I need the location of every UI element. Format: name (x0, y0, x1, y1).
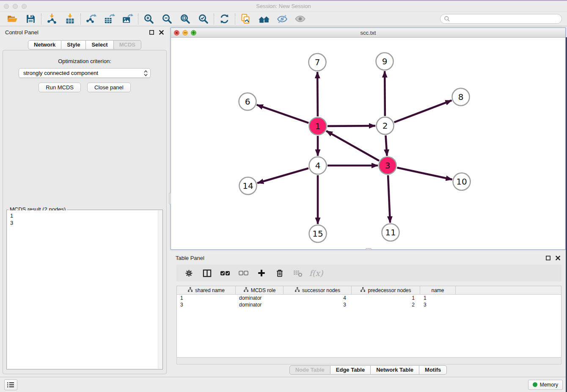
result-scrollbar[interactable] (158, 210, 162, 369)
home-button[interactable] (255, 13, 273, 25)
node-15[interactable]: 15 (309, 225, 327, 243)
edge-3-11[interactable] (388, 175, 390, 223)
add-row-button[interactable] (256, 268, 267, 279)
toolbar-separator (80, 14, 81, 25)
table-header: shared nameMCDS rolesuccessor nodesprede… (177, 286, 561, 295)
horizontal-splitter-handle[interactable] (366, 248, 372, 250)
trash-icon (275, 269, 284, 277)
svg-text:7: 7 (315, 57, 320, 67)
close-panel-button[interactable]: Close panel (87, 83, 131, 92)
column-header-name[interactable]: name (420, 286, 456, 294)
table-close-button[interactable] (555, 255, 561, 261)
export-image-button[interactable] (118, 13, 137, 25)
floppy-disk-icon (25, 14, 36, 24)
control-panel: Control Panel NetworkStyleSelectMCDS Opt… (0, 26, 169, 377)
edge-1-6[interactable] (257, 105, 309, 123)
refresh-button[interactable] (215, 13, 234, 25)
node-7[interactable]: 7 (309, 54, 326, 71)
export-network-button[interactable] (82, 13, 100, 25)
import-table-button[interactable] (61, 13, 79, 25)
float-panel-button[interactable] (149, 29, 154, 35)
node-14[interactable]: 14 (239, 177, 257, 195)
task-history-button[interactable] (4, 379, 17, 390)
memory-label: Memory (540, 382, 558, 388)
tab-style[interactable]: Style (61, 40, 86, 50)
network-canvas[interactable]: 7968124314101511 (171, 38, 565, 249)
table-scrollbar[interactable] (176, 358, 561, 364)
edge-2-8[interactable] (394, 100, 452, 122)
node-4[interactable]: 4 (309, 157, 327, 174)
edge-3-10[interactable] (397, 168, 452, 179)
node-9[interactable]: 9 (376, 53, 394, 70)
mcds-result-box[interactable]: 1 3 (7, 210, 162, 369)
app-window: Session: New Session Control Panel (0, 0, 567, 392)
zoom-fit-button[interactable] (176, 13, 194, 25)
edge-2-9[interactable] (385, 71, 385, 116)
node-10[interactable]: 10 (453, 173, 471, 190)
edge-1-7[interactable] (317, 72, 318, 116)
edge-2-3[interactable] (385, 135, 387, 156)
svg-text:15: 15 (312, 229, 323, 239)
mcds-panel: Optimization criterion: strongly connect… (3, 50, 167, 374)
node-table[interactable]: shared nameMCDS rolesuccessor nodesprede… (176, 286, 561, 358)
table-tab-network-table[interactable]: Network Table (371, 365, 419, 375)
memory-button[interactable]: Memory (528, 380, 563, 390)
node-2[interactable]: 2 (377, 117, 394, 135)
table-settings-button[interactable] (183, 268, 194, 279)
node-1[interactable]: 1 (309, 118, 327, 135)
table-tab-motifs[interactable]: Motifs (419, 365, 447, 375)
column-tree-icon (295, 287, 300, 293)
node-8[interactable]: 8 (452, 88, 470, 106)
column-header-predecessor-nodes[interactable]: predecessor nodes (352, 286, 420, 294)
search-box[interactable] (440, 14, 562, 24)
svg-text:11: 11 (385, 227, 396, 237)
tab-network[interactable]: Network (28, 40, 61, 50)
import-network-button[interactable] (43, 13, 61, 25)
function-builder-button: f(x) (311, 268, 322, 279)
edge-4-14[interactable] (257, 168, 308, 183)
open-session-button[interactable] (3, 13, 22, 25)
clear-selection-button[interactable] (238, 268, 249, 279)
node-6[interactable]: 6 (239, 93, 256, 110)
column-header-successor-nodes[interactable]: successor nodes (284, 286, 352, 294)
edge-3-1[interactable] (326, 131, 379, 160)
delete-row-button[interactable] (274, 268, 285, 279)
tab-mcds[interactable]: MCDS (114, 40, 141, 50)
node-11[interactable]: 11 (382, 224, 399, 241)
show-columns-button[interactable] (201, 268, 212, 279)
stepper-icon (143, 70, 148, 77)
close-panel-x-button[interactable] (158, 29, 164, 35)
column-header-shared-name[interactable]: shared name (177, 286, 236, 294)
table-row[interactable]: 1dominator411 (177, 295, 561, 301)
table-row[interactable]: 3dominator323 (177, 301, 561, 308)
run-mcds-button[interactable]: Run MCDS (39, 83, 81, 92)
table-tab-edge-table[interactable]: Edge Table (330, 365, 371, 375)
edge-1-2[interactable] (328, 126, 375, 126)
tab-select[interactable]: Select (86, 40, 113, 50)
node-3[interactable]: 3 (379, 157, 396, 174)
hide-panel-button[interactable] (273, 13, 291, 25)
plus-icon (257, 269, 266, 277)
window-top-border (0, 0, 567, 1)
save-session-button[interactable] (22, 13, 40, 25)
table-tab-node-table[interactable]: Node Table (289, 365, 330, 375)
table-float-button[interactable] (545, 255, 551, 261)
svg-text:14: 14 (242, 181, 253, 191)
search-icon (444, 16, 450, 22)
clone-network-button[interactable] (237, 13, 255, 25)
zoom-selected-button[interactable] (194, 13, 212, 25)
select-all-button[interactable] (220, 268, 231, 279)
zoom-in-button[interactable] (140, 13, 158, 25)
show-panel-button[interactable] (291, 13, 309, 25)
vertical-splitter-handle[interactable] (169, 193, 171, 204)
network-window-titlebar[interactable]: scc.txt (171, 28, 565, 38)
search-input[interactable] (452, 15, 561, 22)
optimization-criterion-select[interactable]: strongly connected component (19, 68, 151, 78)
table-cell: 3 (284, 302, 352, 308)
table-cell: 3 (420, 302, 456, 308)
export-table-button[interactable] (100, 13, 118, 25)
column-header-mcds-role[interactable]: MCDS role (236, 286, 284, 294)
zoom-out-button[interactable] (158, 13, 176, 25)
zoom-selected-icon (198, 14, 209, 25)
svg-text:3: 3 (385, 160, 391, 171)
